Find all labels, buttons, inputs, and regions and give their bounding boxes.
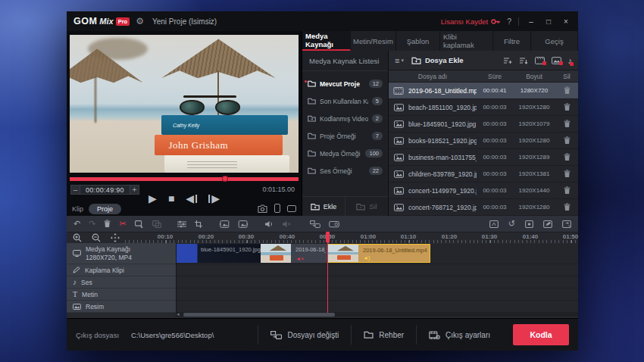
stop-button[interactable]: ■ <box>168 193 174 204</box>
source-item-encoded-video[interactable]: Kodlanmış Video 2 <box>302 110 388 127</box>
timeline-playhead[interactable] <box>327 232 328 313</box>
view-menu-button[interactable]: ≡▾ <box>395 56 404 65</box>
source-item-project-sample[interactable]: Proje Örneği 7 <box>302 127 388 145</box>
save-frame-icon[interactable] <box>525 220 533 228</box>
table-row[interactable]: books-918521_1920.jpg 00:00:03 1920X1280 <box>389 133 578 149</box>
close-button[interactable]: × <box>561 17 571 26</box>
delete-file-button[interactable] <box>555 203 578 211</box>
mute-icon[interactable] <box>282 220 291 228</box>
timeline-clip-video-1[interactable]: 2019-06-18_U... ◄× <box>261 244 327 263</box>
column-duration[interactable]: Süre <box>477 73 513 80</box>
zoom-in-icon[interactable] <box>73 233 82 242</box>
timeline-ruler[interactable]: 00:10 00:20 00:30 00:40 00:50 01:00 01:1… <box>67 232 578 243</box>
delete-file-button[interactable] <box>555 120 578 128</box>
output-path: C:\Users\gre566\Desktop\ <box>131 331 214 339</box>
sort-order-icon[interactable] <box>519 57 528 64</box>
settings-gear-icon[interactable]: ⚙ <box>136 16 144 27</box>
track-label-overlay[interactable]: Kaplama Klipi <box>67 264 176 276</box>
delete-source-button[interactable]: Sil <box>345 197 388 216</box>
adjust-settings-icon[interactable] <box>177 220 186 228</box>
delete-file-button[interactable] <box>555 153 578 161</box>
edit-frame-icon[interactable] <box>543 220 552 228</box>
image-filter-icon[interactable] <box>552 57 561 64</box>
redo-icon[interactable]: ↷ <box>89 220 95 228</box>
column-size[interactable]: Boyut <box>513 73 555 80</box>
snapshot-camera-icon[interactable] <box>258 204 267 213</box>
next-frame-button[interactable]: ▶ <box>208 193 220 204</box>
table-row[interactable]: blue-1845901_1920.jpg 00:00:03 1920X1079 <box>389 116 578 133</box>
column-name[interactable]: Dosya adı <box>389 73 477 80</box>
fit-timeline-icon[interactable] <box>111 233 120 242</box>
paste-clip-icon[interactable] <box>152 220 161 228</box>
track-label-audio[interactable]: ♪ Ses <box>67 276 176 289</box>
table-row[interactable]: beach-1851100_1920.jpg 00:00:03 1920X128… <box>389 99 578 116</box>
volume-icon[interactable] <box>264 220 274 228</box>
preview-video[interactable]: John Grisham Cathy Kelly <box>70 35 299 173</box>
video-filter-icon[interactable] <box>535 57 545 64</box>
track-label-image[interactable]: Resim <box>67 301 176 313</box>
track-label-text[interactable]: T Metin <box>67 289 176 301</box>
time-decrement-button[interactable]: – <box>70 185 80 195</box>
table-row[interactable]: business-man-1031755_1920.jpg 00:00:03 1… <box>389 149 578 166</box>
table-row[interactable]: children-839789_1920.jpg 00:00:03 1920X1… <box>389 166 578 183</box>
change-file-button[interactable]: Dosyayı değişti <box>258 325 351 345</box>
tab-template[interactable]: Şablon <box>396 31 440 51</box>
undo-icon[interactable]: ↶ <box>73 220 80 228</box>
source-item-current-project[interactable]: Mevcut Proje 12 <box>302 75 388 92</box>
sort-add-icon[interactable] <box>503 57 512 64</box>
timeline-clip-blue[interactable]: blue-1845901_1920.jpg <box>177 244 261 263</box>
source-item-recent[interactable]: Son Kullanılan Kaynak 5 <box>302 92 388 110</box>
new-frame-icon[interactable] <box>489 220 499 228</box>
add-source-button[interactable]: Ekle <box>302 197 345 216</box>
delete-file-button[interactable] <box>555 103 578 111</box>
tab-media-source[interactable]: Medya Kaynağı <box>302 31 351 51</box>
export-frame-icon[interactable] <box>562 220 571 228</box>
copy-clip-icon[interactable] <box>135 220 144 228</box>
tab-transition[interactable]: Geçiş <box>531 31 578 51</box>
encode-button[interactable]: Kodla <box>513 324 569 345</box>
tab-overlay-clip[interactable]: Klibi kaplamak <box>440 31 493 51</box>
delete-file-button[interactable] <box>555 86 578 95</box>
clip-mode-toggle[interactable]: Klip <box>72 205 83 213</box>
tab-text-image[interactable]: Metin/Resim <box>351 31 396 51</box>
help-icon[interactable]: ? <box>507 17 511 26</box>
insert-image-left-icon[interactable] <box>219 220 230 228</box>
output-settings-button[interactable]: Çıkış ayarları <box>416 325 502 345</box>
guide-button[interactable]: Rehber <box>351 325 416 345</box>
table-row[interactable]: concert-768712_1920.jpg 00:00:03 1920X12… <box>389 199 578 216</box>
timeline-scrollbar[interactable]: ◄ <box>176 313 578 317</box>
source-item-audio-sample[interactable]: Ses Örneği 22 <box>302 162 388 179</box>
timeline-clip-video-2-selected[interactable]: 2019-06-18_Untitled.mp4 ◄) <box>327 244 430 263</box>
project-mode-toggle[interactable]: Proje <box>89 204 121 214</box>
zoom-out-icon[interactable] <box>92 233 101 242</box>
playback-progress-bar[interactable] <box>70 177 299 181</box>
delete-file-button[interactable] <box>555 186 578 195</box>
playhead-marker[interactable] <box>222 176 228 182</box>
delete-clip-icon[interactable] <box>104 220 111 228</box>
portrait-view-icon[interactable] <box>274 204 280 213</box>
rotate-icon[interactable]: ↺ <box>508 220 515 228</box>
delete-file-button[interactable] <box>555 170 578 178</box>
split-scissors-icon[interactable]: ✂ <box>119 220 126 228</box>
table-row[interactable]: concert-1149979_1920.jpg 00:00:03 1920X1… <box>389 183 578 199</box>
tab-filter[interactable]: Filtre <box>493 31 531 51</box>
prev-frame-button[interactable]: ◀ <box>186 193 197 204</box>
source-item-media-sample[interactable]: Medya Örneği 100 <box>302 145 388 162</box>
delete-file-button[interactable] <box>555 136 578 145</box>
maximize-button[interactable]: □ <box>543 17 554 26</box>
clip-preview-icon[interactable] <box>329 220 339 228</box>
audio-filter-icon[interactable]: ♪ <box>568 56 573 65</box>
track-label-video[interactable]: Medya Kaynağı1280X720, MP4 <box>67 243 176 264</box>
minimize-button[interactable]: – <box>526 17 536 26</box>
time-increment-button[interactable]: + <box>130 185 139 195</box>
register-license-link[interactable]: Lisansı Kaydet <box>441 17 500 26</box>
play-button[interactable]: ▶ <box>148 193 157 204</box>
crop-icon[interactable] <box>195 220 203 228</box>
scrollbar-thumb[interactable] <box>183 313 335 317</box>
insert-image-right-icon[interactable] <box>238 220 249 228</box>
table-row[interactable]: 2019-06-18_Untitled.mp4 00:00:41 1280X72… <box>389 83 578 99</box>
replace-clip-icon[interactable] <box>310 220 320 228</box>
add-file-button[interactable]: Dosya Ekle <box>411 56 464 64</box>
scroll-left-arrow[interactable]: ◄ <box>176 312 180 317</box>
landscape-view-icon[interactable] <box>287 205 296 212</box>
